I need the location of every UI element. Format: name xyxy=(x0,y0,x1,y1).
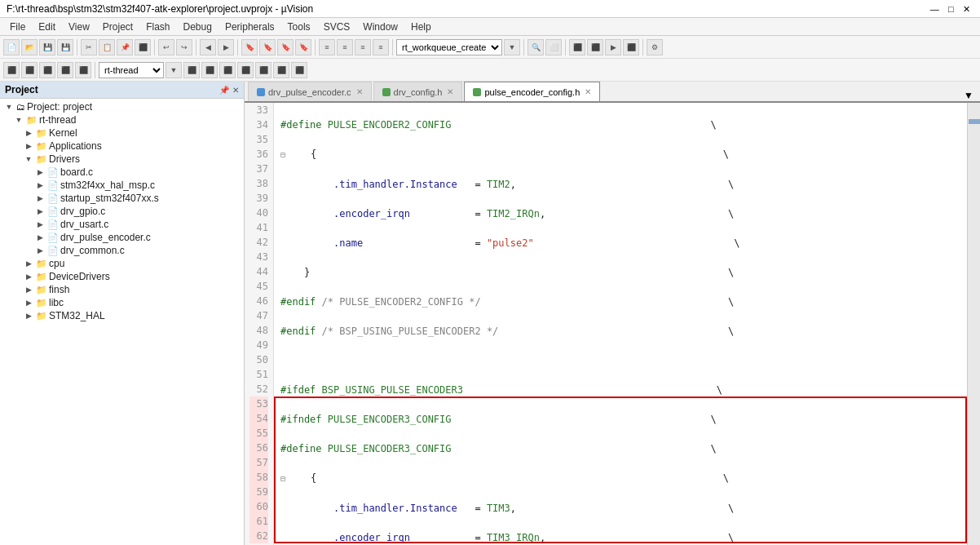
toggle-project[interactable]: ▼ xyxy=(3,103,15,111)
bookmark2-btn[interactable]: 🔖 xyxy=(259,39,276,55)
tree-item-drv-common[interactable]: ▶ 📄 drv_common.c xyxy=(0,244,244,257)
tree-item-stm32f4xx[interactable]: ▶ 📄 stm32f4xx_hal_msp.c xyxy=(0,179,244,192)
menu-edit[interactable]: Edit xyxy=(32,20,62,34)
tb2-btn5[interactable]: ⬛ xyxy=(75,62,91,78)
menu-project[interactable]: Project xyxy=(96,20,139,34)
code-content[interactable]: #define PULSE_ENCODER2_CONFIG \ ⊟ { \ .t… xyxy=(274,103,967,545)
toggle-board-c[interactable]: ▶ xyxy=(34,168,46,176)
fold-45[interactable]: ⊟ xyxy=(280,474,285,483)
cut-btn[interactable]: ✂ xyxy=(81,39,97,55)
tree-item-startup[interactable]: ▶ 📄 startup_stm32f407xx.s xyxy=(0,192,244,205)
find-btn[interactable]: 🔍 xyxy=(528,39,544,55)
debug-btn[interactable]: ⬛ xyxy=(623,39,639,55)
toggle-startup[interactable]: ▶ xyxy=(34,194,46,202)
toggle-rt-thread[interactable]: ▼ xyxy=(13,116,24,124)
toggle-drv-common[interactable]: ▶ xyxy=(34,246,46,255)
tree-item-drv-usart[interactable]: ▶ 📄 drv_usart.c xyxy=(0,218,244,231)
tab-close-3[interactable]: ✕ xyxy=(585,87,591,96)
bookmark3-btn[interactable]: 🔖 xyxy=(277,39,294,55)
indent2-btn[interactable]: ≡ xyxy=(337,39,353,55)
tree-item-stm32-hal[interactable]: ▶ 📁 STM32_HAL xyxy=(0,309,244,322)
tree-item-devicedrivers[interactable]: ▶ 📁 DeviceDrivers xyxy=(0,270,244,283)
sidebar-close-btn[interactable]: ✕ xyxy=(232,86,239,95)
toggle-drv-gpio[interactable]: ▶ xyxy=(34,207,46,215)
tb2-btn2[interactable]: ⬛ xyxy=(21,62,38,78)
menu-flash[interactable]: Flash xyxy=(139,20,176,34)
debug-start-btn[interactable]: ▶ xyxy=(605,39,621,55)
tabs-scroll-btn[interactable]: ▼ xyxy=(960,90,977,101)
menu-peripherals[interactable]: Peripherals xyxy=(219,20,281,34)
menu-file[interactable]: File xyxy=(3,20,32,34)
tree-item-rt-thread[interactable]: ▼ 📁 rt-thread xyxy=(0,113,244,126)
menu-help[interactable]: Help xyxy=(404,20,438,34)
redo-btn[interactable]: ↪ xyxy=(176,39,192,55)
code-editor[interactable]: 33 34 35 36 37 38 39 40 41 42 43 44 45 4… xyxy=(245,103,980,545)
menu-svcs[interactable]: SVCS xyxy=(317,20,357,34)
indent3-btn[interactable]: ≡ xyxy=(355,39,371,55)
menu-view[interactable]: View xyxy=(62,20,96,34)
tb2-btn8[interactable]: ⬛ xyxy=(219,62,236,78)
target-combo[interactable]: rt-thread xyxy=(99,62,164,78)
tab-drv-pulse-encoder[interactable]: drv_pulse_encoder.c ✕ xyxy=(248,82,372,101)
toggle-drv-pulse[interactable]: ▶ xyxy=(34,233,46,241)
tree-item-finsh[interactable]: ▶ 📁 finsh xyxy=(0,283,244,296)
build-btn[interactable]: ⬛ xyxy=(569,39,585,55)
undo-btn[interactable]: ↩ xyxy=(158,39,174,55)
open-btn[interactable]: 📂 xyxy=(21,39,38,55)
fold-34[interactable]: ⊟ xyxy=(280,150,285,159)
tb2-btn9[interactable]: ⬛ xyxy=(237,62,254,78)
tab-drv-config[interactable]: drv_config.h ✕ xyxy=(373,82,463,101)
maximize-button[interactable]: □ xyxy=(945,4,957,14)
minimize-button[interactable]: — xyxy=(927,4,942,14)
tb2-btn10[interactable]: ⬛ xyxy=(255,62,271,78)
close-button[interactable]: ✕ xyxy=(960,4,973,14)
paste-btn[interactable]: 📌 xyxy=(117,39,133,55)
toggle-drv-usart[interactable]: ▶ xyxy=(34,220,46,228)
tab-close-2[interactable]: ✕ xyxy=(447,87,453,96)
format-btn[interactable]: ⬛ xyxy=(135,39,151,55)
find2-btn[interactable]: ⬜ xyxy=(545,39,562,55)
function-combo[interactable]: rt_workqueue_create xyxy=(396,39,502,55)
tree-item-drv-gpio[interactable]: ▶ 📄 drv_gpio.c xyxy=(0,205,244,218)
toggle-devicedrivers[interactable]: ▶ xyxy=(23,272,34,281)
menu-debug[interactable]: Debug xyxy=(177,20,219,34)
tb2-btn3[interactable]: ⬛ xyxy=(39,62,55,78)
build2-btn[interactable]: ⬛ xyxy=(587,39,603,55)
copy-btn[interactable]: 📋 xyxy=(99,39,115,55)
combo-go-btn[interactable]: ▼ xyxy=(504,39,520,55)
tb2-btn11[interactable]: ⬛ xyxy=(273,62,289,78)
tree-item-kernel[interactable]: ▶ 📁 Kernel xyxy=(0,126,244,140)
tab-pulse-encoder-config[interactable]: pulse_encoder_config.h ✕ xyxy=(464,82,600,101)
save-all-btn[interactable]: 💾 xyxy=(57,39,73,55)
menu-tools[interactable]: Tools xyxy=(281,20,317,34)
tree-item-drivers[interactable]: ▼ 📁 Drivers xyxy=(0,153,244,166)
tree-item-cpu[interactable]: ▶ 📁 cpu xyxy=(0,257,244,270)
bookmark4-btn[interactable]: 🔖 xyxy=(295,39,311,55)
tb2-btn6[interactable]: ⬛ xyxy=(183,62,200,78)
toggle-stm32-hal[interactable]: ▶ xyxy=(23,312,34,320)
tb2-btn1[interactable]: ⬛ xyxy=(3,62,20,78)
tree-item-board-c[interactable]: ▶ 📄 board.c xyxy=(0,166,244,179)
new-file-btn[interactable]: 📄 xyxy=(3,39,20,55)
nav-fwd-btn[interactable]: ▶ xyxy=(218,39,234,55)
menu-window[interactable]: Window xyxy=(356,20,404,34)
tree-item-applications[interactable]: ▶ 📁 Applications xyxy=(0,140,244,153)
save-btn[interactable]: 💾 xyxy=(39,39,55,55)
tree-item-libc[interactable]: ▶ 📁 libc xyxy=(0,296,244,309)
settings-btn[interactable]: ⚙ xyxy=(647,39,663,55)
tb2-btn12[interactable]: ⬛ xyxy=(291,62,307,78)
tb2-btn4[interactable]: ⬛ xyxy=(57,62,73,78)
sidebar-pin-btn[interactable]: 📌 xyxy=(219,86,229,95)
indent4-btn[interactable]: ≡ xyxy=(373,39,389,55)
toggle-drivers[interactable]: ▼ xyxy=(23,155,34,163)
toggle-applications[interactable]: ▶ xyxy=(23,142,34,150)
tb2-btn7[interactable]: ⬛ xyxy=(201,62,218,78)
tree-item-drv-pulse[interactable]: ▶ 📄 drv_pulse_encoder.c xyxy=(0,231,244,244)
toggle-finsh[interactable]: ▶ xyxy=(23,286,34,294)
right-scroll-panel[interactable] xyxy=(967,103,980,545)
indent-btn[interactable]: ≡ xyxy=(319,39,335,55)
toggle-libc[interactable]: ▶ xyxy=(23,299,34,307)
tab-close-1[interactable]: ✕ xyxy=(356,87,363,96)
toggle-cpu[interactable]: ▶ xyxy=(23,259,34,268)
toggle-stm32f4xx[interactable]: ▶ xyxy=(34,181,46,189)
